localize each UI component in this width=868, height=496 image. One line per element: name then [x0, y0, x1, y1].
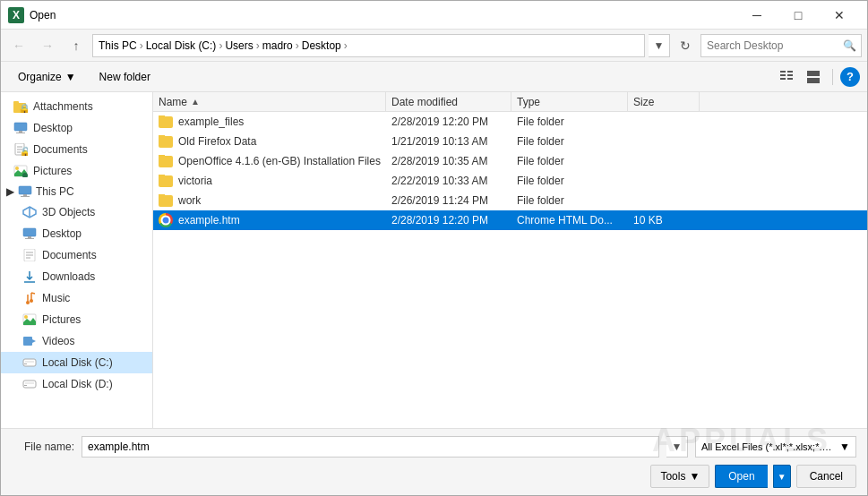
sidebar-item-label: Pictures [33, 165, 72, 177]
folder-icon [159, 195, 173, 207]
address-dropdown[interactable]: ▼ [649, 34, 670, 57]
forward-button[interactable]: → [35, 34, 60, 57]
cancel-button[interactable]: Cancel [796, 465, 856, 488]
videos-icon [22, 334, 37, 348]
open-dropdown-button[interactable]: ▼ [773, 465, 791, 488]
back-button[interactable]: ← [6, 34, 31, 57]
col-header-size[interactable]: Size [628, 92, 700, 112]
new-folder-button[interactable]: New folder [90, 66, 160, 88]
sidebar-item-label: Desktop [33, 122, 73, 134]
tools-chevron-icon: ▼ [689, 470, 700, 483]
filetype-value: All Excel Files (*.xl*;*.xlsx;*.xlsm; [701, 441, 836, 452]
svg-rect-42 [23, 337, 32, 346]
svg-text:🔒: 🔒 [18, 102, 29, 113]
svg-rect-26 [23, 194, 27, 196]
sidebar-item-videos[interactable]: Videos [1, 330, 152, 352]
file-type: File folder [511, 155, 628, 167]
file-size: 10 KB [628, 214, 700, 227]
sidebar-item-localdisk-d[interactable]: Local Disk (D:) [1, 373, 152, 395]
downloads-icon [22, 269, 37, 284]
title-bar: X Open ─ □ ✕ [1, 1, 867, 30]
search-input[interactable] [700, 34, 862, 57]
sidebar-item-localdisk-c[interactable]: Local Disk (C:) [1, 352, 152, 373]
file-name: example_files [153, 115, 386, 128]
sidebar-item-pictures-thispc[interactable]: Pictures [1, 309, 152, 330]
organize-button[interactable]: Organize ▼ [8, 66, 86, 88]
window-controls: ─ □ ✕ [736, 1, 860, 30]
toolbar-right: ? [775, 66, 860, 88]
filename-input[interactable] [82, 436, 659, 458]
breadcrumb-thispc[interactable]: This PC [99, 39, 137, 52]
file-date: 2/26/2019 11:24 PM [386, 194, 511, 207]
svg-rect-3 [787, 71, 793, 73]
up-button[interactable]: ↑ [64, 34, 89, 57]
table-row[interactable]: Old Firefox Data 1/21/2019 10:13 AM File… [153, 132, 867, 151]
minimize-button[interactable]: ─ [736, 1, 778, 30]
sidebar-item-documents-quick[interactable]: 🔒 Documents [1, 139, 152, 160]
help-button[interactable]: ? [840, 67, 860, 87]
table-row[interactable]: example_files 2/28/2019 12:20 PM File fo… [153, 112, 867, 132]
col-header-type[interactable]: Type [511, 92, 628, 112]
thispc-label: This PC [36, 185, 74, 198]
sidebar-item-desktop-thispc[interactable]: Desktop [1, 223, 152, 244]
desktop-thispc-icon [22, 227, 37, 241]
breadcrumb-madro[interactable]: madro [262, 39, 293, 52]
open-button[interactable]: Open [715, 465, 767, 488]
breadcrumb-localdisk[interactable]: Local Disk (C:) [146, 39, 217, 52]
svg-point-41 [24, 315, 28, 319]
sidebar-item-pictures-quick[interactable]: Pictures [1, 160, 152, 182]
table-row[interactable]: OpenOffice 4.1.6 (en-GB) Installation Fi… [153, 151, 867, 171]
file-type: File folder [511, 135, 628, 148]
svg-point-38 [26, 301, 30, 304]
file-type: File folder [511, 194, 628, 207]
svg-rect-2 [780, 78, 786, 80]
sidebar-item-music[interactable]: Music [1, 287, 152, 309]
svg-rect-1 [780, 74, 786, 76]
svg-rect-13 [19, 131, 22, 133]
filename-dropdown-arrow[interactable]: ▼ [666, 436, 688, 458]
sidebar-item-desktop-quick[interactable]: Desktop [1, 117, 152, 139]
file-date: 2/28/2019 10:35 AM [386, 155, 511, 167]
sidebar: 🔒 Attachments Desktop 🔒 Documents [1, 92, 153, 428]
filename-row: File name: ▼ All Excel Files (*.xl*;*.xl… [12, 436, 856, 458]
filename-label: File name: [12, 440, 74, 453]
file-date: 2/28/2019 12:20 PM [386, 115, 511, 128]
table-row[interactable]: victoria 2/22/2019 10:33 AM File folder [153, 171, 867, 191]
sidebar-item-3dobjects[interactable]: 3D Objects [1, 201, 152, 223]
svg-rect-49 [24, 385, 27, 386]
tools-button[interactable]: Tools ▼ [650, 465, 709, 488]
sidebar-item-downloads[interactable]: Downloads [1, 266, 152, 287]
table-row[interactable]: work 2/26/2019 11:24 PM File folder [153, 191, 867, 210]
localdisk-c-icon [22, 355, 37, 370]
pictures-thispc-icon [22, 312, 37, 327]
file-date: 1/21/2019 10:13 AM [386, 135, 511, 148]
breadcrumb-desktop[interactable]: Desktop [302, 39, 341, 52]
table-row[interactable]: example.htm 2/28/2019 12:20 PM Chrome HT… [153, 210, 867, 230]
filetype-dropdown[interactable]: All Excel Files (*.xl*;*.xlsx;*.xlsm; ▼ [695, 436, 856, 458]
breadcrumb-users[interactable]: Users [225, 39, 253, 52]
toolbar: Organize ▼ New folder [1, 62, 867, 92]
sidebar-section-thispc[interactable]: ▶ This PC [1, 182, 152, 201]
view-button-1[interactable] [775, 66, 798, 88]
sidebar-item-documents-thispc[interactable]: Documents [1, 244, 152, 266]
close-button[interactable]: ✕ [819, 1, 860, 30]
maximize-button[interactable]: □ [778, 1, 819, 30]
svg-point-23 [15, 167, 19, 170]
col-header-date[interactable]: Date modified [386, 92, 511, 112]
svg-rect-12 [14, 123, 27, 131]
svg-rect-14 [16, 133, 25, 133]
open-dialog: X Open ─ □ ✕ ← → ↑ This PC › Local Disk … [0, 0, 868, 496]
file-date: 2/28/2019 12:20 PM [386, 214, 511, 227]
sidebar-item-attachments[interactable]: 🔒 Attachments [1, 96, 152, 117]
sidebar-item-label: Local Disk (D:) [42, 378, 113, 390]
address-bar[interactable]: This PC › Local Disk (C:) › Users › madr… [92, 34, 645, 57]
folder-icon [159, 136, 173, 148]
view-button-2[interactable] [802, 66, 825, 88]
col-header-name[interactable]: Name ▲ [153, 92, 386, 112]
music-icon [22, 291, 37, 305]
pictures-quick-icon [13, 164, 28, 178]
refresh-button[interactable]: ↻ [674, 34, 697, 57]
file-type: File folder [511, 175, 628, 187]
sidebar-item-label: Downloads [42, 270, 95, 283]
file-list-header: Name ▲ Date modified Type Size [153, 92, 867, 112]
